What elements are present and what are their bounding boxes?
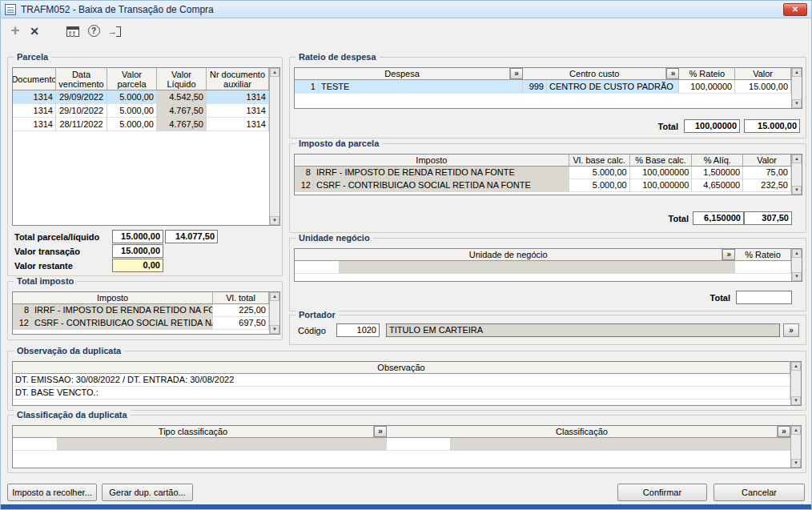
observacao-row[interactable]: DT. EMISSAO: 30/08/2022 / DT. ENTRADA: 3…	[13, 374, 790, 387]
window-bottom-border	[1, 504, 811, 509]
parcela-row[interactable]: 1314 29/10/2022 5.000,00 4.767,50 1314	[13, 104, 269, 118]
cancelar-button[interactable]: Cancelar	[714, 484, 805, 501]
unidade-header-row: Unidade de negócio » % Rateio	[295, 249, 791, 261]
classificacao-row[interactable]	[13, 438, 790, 451]
help-icon: ?	[88, 25, 100, 37]
cell-imposto: CSRF - CONTRIBUICAO SOCIAL RETIDA NA	[32, 317, 213, 330]
scroll-down-icon[interactable]: ▼	[270, 216, 279, 225]
vertical-scrollbar[interactable]: ▲ ▼	[269, 292, 279, 334]
scroll-up-icon[interactable]: ▲	[791, 426, 801, 435]
group-portador-title: Portador	[295, 310, 339, 319]
col-rateio: % Rateio	[679, 68, 735, 79]
rateio-total-label: Total	[554, 122, 678, 131]
valor-transacao-field: 15.000,00	[112, 244, 163, 258]
unidade-grid: Unidade de negócio » % Rateio ▲ ▼	[294, 248, 802, 282]
col-data-vencimento: Data vencimento	[56, 68, 107, 90]
confirmar-button[interactable]: Confirmar	[617, 484, 707, 501]
tipo-classificacao-lookup-button[interactable]: »	[374, 426, 387, 437]
rateio-total-valor-field: 15.000,00	[744, 119, 800, 133]
cell-despesa-code: 1	[295, 80, 319, 94]
parcela-grid: Documento Data vencimento Valor parcela …	[12, 67, 280, 226]
cell-data: 28/11/2022	[56, 118, 107, 131]
unidade-lookup-button[interactable]: »	[722, 249, 735, 260]
vertical-scrollbar[interactable]: ▲ ▼	[269, 68, 279, 225]
cell-code: 8	[295, 167, 314, 179]
unidade-desc-cell	[340, 261, 735, 274]
vertical-scrollbar[interactable]: ▲ ▼	[791, 249, 802, 281]
imposto-total-valor-field: 307,50	[744, 211, 792, 225]
total-imposto-row[interactable]: 8 IRRF - IMPOSTO DE RENDA RETIDO NA FONT…	[13, 304, 269, 317]
delete-button[interactable]: ✕	[25, 22, 44, 41]
unidade-row[interactable]	[295, 261, 791, 274]
col-unidade-negocio: Unidade de negócio	[295, 249, 722, 260]
observacao-row[interactable]: DT. BASE VENCTO.:	[13, 387, 790, 400]
scroll-up-icon[interactable]: ▲	[270, 292, 279, 301]
exit-button[interactable]: →	[105, 22, 124, 41]
imposto-parcela-row[interactable]: 8 IRRF - IMPOSTO DE RENDA RETIDO NA FONT…	[295, 167, 791, 179]
cell-observacao: DT. EMISSAO: 30/08/2022 / DT. ENTRADA: 3…	[13, 374, 790, 387]
imposto-parcela-grid: Imposto Vl. base calc. % Base calc. % Al…	[294, 154, 802, 195]
vertical-scrollbar[interactable]: ▲ ▼	[791, 68, 802, 108]
help-button[interactable]: ?	[84, 22, 103, 41]
col-observacao: Observação	[13, 362, 790, 373]
scroll-down-icon[interactable]: ▼	[792, 272, 802, 281]
rateio-row[interactable]: 1 TESTE 999 CENTRO DE CUSTO PADRÃO 100,0…	[295, 80, 791, 94]
imposto-parcela-row[interactable]: 12 CSRF - CONTRIBUICAO SOCIAL RETIDA NA …	[295, 179, 791, 192]
vertical-scrollbar[interactable]: ▲ ▼	[790, 362, 801, 405]
add-icon: +	[10, 22, 19, 38]
window: TRAFM052 - Baixa de Transação de Compra …	[0, 0, 812, 510]
despesa-lookup-button[interactable]: »	[510, 68, 523, 79]
cell-imposto: IRRF - IMPOSTO DE RENDA RETIDO NA FONT	[32, 304, 213, 317]
parcela-row[interactable]: 1314 28/11/2022 5.000,00 4.767,50 1314	[13, 118, 269, 131]
col-valor-parcela: Valor parcela	[107, 68, 157, 90]
cell-pbase: 100,000000	[630, 179, 693, 192]
scroll-up-icon[interactable]: ▲	[792, 68, 802, 77]
unidade-rateio-input[interactable]	[735, 261, 791, 274]
classificacao-desc-cell	[451, 438, 790, 451]
portador-codigo-input[interactable]: 1020	[336, 323, 380, 337]
cell-imposto: IRRF - IMPOSTO DE RENDA RETIDO NA FONTE	[314, 167, 569, 179]
unidade-code-input[interactable]	[295, 261, 340, 274]
scroll-up-icon[interactable]: ▲	[792, 155, 802, 163]
scroll-up-icon[interactable]: ▲	[791, 362, 801, 371]
cell-nr-doc: 1314	[207, 118, 269, 131]
scroll-up-icon[interactable]: ▲	[270, 68, 279, 77]
rateio-total-rateio-field: 100,00000	[684, 119, 740, 133]
toolbar: + ✕ ? →	[1, 18, 811, 44]
classificacao-lookup-button[interactable]: »	[778, 426, 790, 437]
col-pct-base-calc: % Base calc.	[630, 155, 693, 166]
unidade-total-field	[736, 291, 792, 304]
cell-vl-total: 697,50	[213, 317, 269, 330]
total-imposto-row[interactable]: 12 CSRF - CONTRIBUICAO SOCIAL RETIDA NA …	[13, 317, 269, 330]
group-total-imposto: Total imposto Imposto Vl. total 8 IRRF -…	[7, 281, 283, 340]
col-despesa: Despesa	[295, 68, 510, 79]
window-title: TRAFM052 - Baixa de Transação de Compra	[21, 4, 214, 15]
cell-valor-liquido: 4.542,50	[157, 90, 207, 104]
vertical-scrollbar[interactable]: ▲ ▼	[790, 426, 801, 468]
cell-documento: 1314	[13, 118, 56, 131]
portador-lookup-button[interactable]: »	[783, 323, 799, 337]
scroll-down-icon[interactable]: ▼	[792, 99, 802, 108]
classificacao-header-row: Tipo classificação » Classificação »	[13, 426, 790, 438]
parcela-row[interactable]: 1314 29/09/2022 5.000,00 4.542,50 1314	[13, 90, 269, 104]
scroll-down-icon[interactable]: ▼	[270, 325, 279, 334]
cell-code: 12	[13, 317, 32, 330]
title-bar: TRAFM052 - Baixa de Transação de Compra …	[1, 1, 811, 18]
vertical-scrollbar[interactable]: ▲ ▼	[791, 155, 802, 195]
scroll-down-icon[interactable]: ▼	[792, 186, 802, 195]
classificacao-code-input[interactable]	[387, 438, 451, 451]
col-valor: Valor	[735, 68, 791, 79]
scroll-down-icon[interactable]: ▼	[791, 459, 801, 468]
valor-restante-field: 0,00	[112, 259, 163, 272]
add-button[interactable]: +	[6, 22, 25, 41]
gerar-dup-cartao-button[interactable]: Gerar dup. cartão...	[102, 484, 193, 501]
imposto-recolher-button[interactable]: Imposto a recolher...	[7, 484, 97, 501]
calendar-button[interactable]	[63, 22, 82, 41]
centro-custo-lookup-button[interactable]: »	[666, 68, 679, 79]
cell-vl-total: 225,00	[213, 304, 269, 317]
tipo-classificacao-code-input[interactable]	[13, 438, 58, 451]
scroll-up-icon[interactable]: ▲	[792, 249, 802, 258]
scroll-down-icon[interactable]: ▼	[791, 396, 801, 405]
close-button[interactable]: ✕	[783, 3, 807, 16]
cell-valor-parcela: 5.000,00	[107, 90, 157, 104]
